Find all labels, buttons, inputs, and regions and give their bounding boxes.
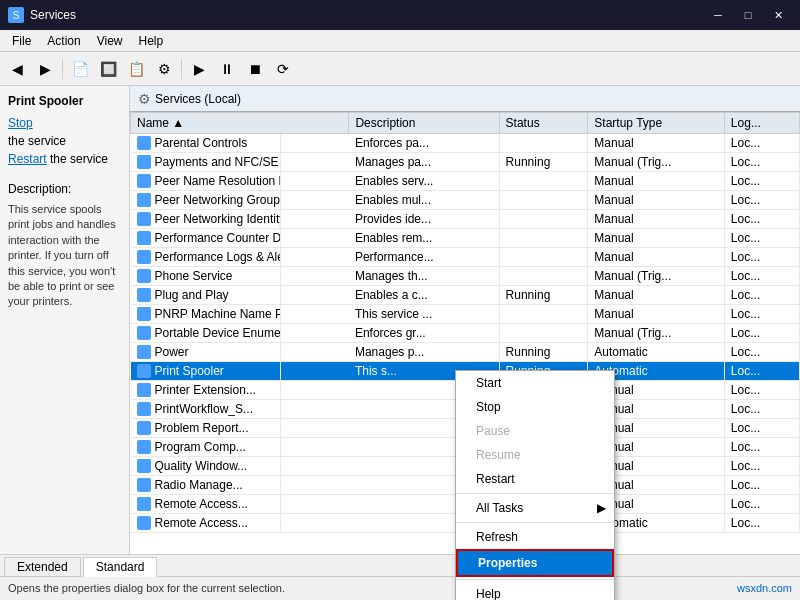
new-button[interactable]: 📋 — [123, 56, 149, 82]
maximize-button[interactable]: □ — [734, 5, 762, 25]
menu-file[interactable]: File — [4, 32, 39, 50]
service-icon — [137, 440, 151, 454]
service-status — [499, 191, 588, 210]
service-status — [499, 229, 588, 248]
menu-action[interactable]: Action — [39, 32, 88, 50]
service-logon: Loc... — [724, 248, 799, 267]
stop-suffix: the service — [8, 134, 66, 148]
tab-standard[interactable]: Standard — [83, 557, 158, 577]
service-logon: Loc... — [724, 343, 799, 362]
service-icon — [137, 250, 151, 264]
tab-extended[interactable]: Extended — [4, 557, 81, 576]
browse-button[interactable]: 🔲 — [95, 56, 121, 82]
context-menu-separator — [456, 493, 614, 494]
service-icon — [137, 478, 151, 492]
service-name: Portable Device Enumerator... — [155, 326, 281, 340]
service-name: Remote Access... — [155, 497, 248, 511]
title-bar: S Services ─ □ ✕ — [0, 0, 800, 30]
service-icon — [137, 516, 151, 530]
context-menu-item-stop[interactable]: Stop — [456, 395, 614, 419]
service-status — [499, 210, 588, 229]
col-status[interactable]: Status — [499, 113, 588, 134]
service-icon — [137, 193, 151, 207]
service-status: Running — [499, 343, 588, 362]
window-controls: ─ □ ✕ — [704, 5, 792, 25]
menu-view[interactable]: View — [89, 32, 131, 50]
back-button[interactable]: ◀ — [4, 56, 30, 82]
table-row[interactable]: Performance Logs & Alerts Performance...… — [131, 248, 800, 267]
forward-button[interactable]: ▶ — [32, 56, 58, 82]
service-desc: Enables mul... — [349, 191, 499, 210]
service-name: Printer Extension... — [155, 383, 256, 397]
properties-button[interactable]: ⚙ — [151, 56, 177, 82]
pause-service-button[interactable]: ⏸ — [214, 56, 240, 82]
stop-service-link[interactable]: Stop — [8, 116, 121, 130]
service-status — [499, 172, 588, 191]
table-row[interactable]: Plug and Play Enables a c... Running Man… — [131, 286, 800, 305]
minimize-button[interactable]: ─ — [704, 5, 732, 25]
context-menu-item-refresh[interactable]: Refresh — [456, 525, 614, 549]
toolbar-sep-1 — [62, 59, 63, 79]
menu-help[interactable]: Help — [131, 32, 172, 50]
service-name: Performance Counter DLL ... — [155, 231, 281, 245]
service-name: Quality Window... — [155, 459, 248, 473]
service-name: Peer Name Resolution Prot... — [155, 174, 281, 188]
service-logon: Loc... — [724, 191, 799, 210]
start-service-button[interactable]: ▶ — [186, 56, 212, 82]
col-logon[interactable]: Log... — [724, 113, 799, 134]
col-desc[interactable]: Description — [349, 113, 499, 134]
menu-bar: File Action View Help — [0, 30, 800, 52]
table-row[interactable]: Payments and NFC/SE Man... Manages pa...… — [131, 153, 800, 172]
context-menu-item-start[interactable]: Start — [456, 371, 614, 395]
table-row[interactable]: Peer Networking Identity M... Provides i… — [131, 210, 800, 229]
table-row[interactable]: Portable Device Enumerator... Enforces g… — [131, 324, 800, 343]
service-icon — [137, 459, 151, 473]
service-startup: Automatic — [588, 343, 725, 362]
service-name: Phone Service — [155, 269, 233, 283]
service-status — [499, 324, 588, 343]
service-desc: Enforces gr... — [349, 324, 499, 343]
table-row[interactable]: Performance Counter DLL ... Enables rem.… — [131, 229, 800, 248]
close-button[interactable]: ✕ — [764, 5, 792, 25]
table-row[interactable]: Phone Service Manages th... Manual (Trig… — [131, 267, 800, 286]
service-logon: Loc... — [724, 381, 799, 400]
table-row[interactable]: Peer Name Resolution Prot... Enables ser… — [131, 172, 800, 191]
table-row[interactable]: Power Manages p... Running Automatic Loc… — [131, 343, 800, 362]
context-menu-item-properties[interactable]: Properties — [456, 549, 614, 577]
stop-service-button[interactable]: ⏹ — [242, 56, 268, 82]
service-icon — [137, 136, 151, 150]
restart-service-link[interactable]: Restart — [8, 152, 47, 166]
service-startup: Manual — [588, 248, 725, 267]
service-logon: Loc... — [724, 210, 799, 229]
service-status: Running — [499, 286, 588, 305]
service-startup: Manual — [588, 191, 725, 210]
service-icon — [137, 364, 151, 378]
context-menu-item-restart[interactable]: Restart — [456, 467, 614, 491]
service-status: Running — [499, 153, 588, 172]
service-logon: Loc... — [724, 153, 799, 172]
table-row[interactable]: PNRP Machine Name Publi... This service … — [131, 305, 800, 324]
service-name: Power — [155, 345, 189, 359]
service-startup: Manual (Trig... — [588, 324, 725, 343]
show-hide-button[interactable]: 📄 — [67, 56, 93, 82]
services-header-bar: ⚙ Services (Local) — [130, 86, 800, 112]
service-startup: Manual — [588, 305, 725, 324]
col-name[interactable]: Name ▲ — [131, 113, 349, 134]
service-status — [499, 134, 588, 153]
description-header: Description: — [8, 182, 121, 196]
status-right: wsxdn.com — [737, 582, 792, 594]
service-desc: Provides ide... — [349, 210, 499, 229]
service-startup: Manual — [588, 229, 725, 248]
service-status — [499, 305, 588, 324]
service-logon: Loc... — [724, 134, 799, 153]
context-menu-separator — [456, 522, 614, 523]
service-startup: Manual (Trig... — [588, 153, 725, 172]
col-startup[interactable]: Startup Type — [588, 113, 725, 134]
restart-service-button[interactable]: ⟳ — [270, 56, 296, 82]
table-row[interactable]: Peer Networking Grouping Enables mul... … — [131, 191, 800, 210]
window-title: Services — [30, 8, 704, 22]
service-logon: Loc... — [724, 229, 799, 248]
context-menu-item-help[interactable]: Help — [456, 582, 614, 600]
table-row[interactable]: Parental Controls Enforces pa... Manual … — [131, 134, 800, 153]
context-menu-item-all-tasks[interactable]: All Tasks — [456, 496, 614, 520]
